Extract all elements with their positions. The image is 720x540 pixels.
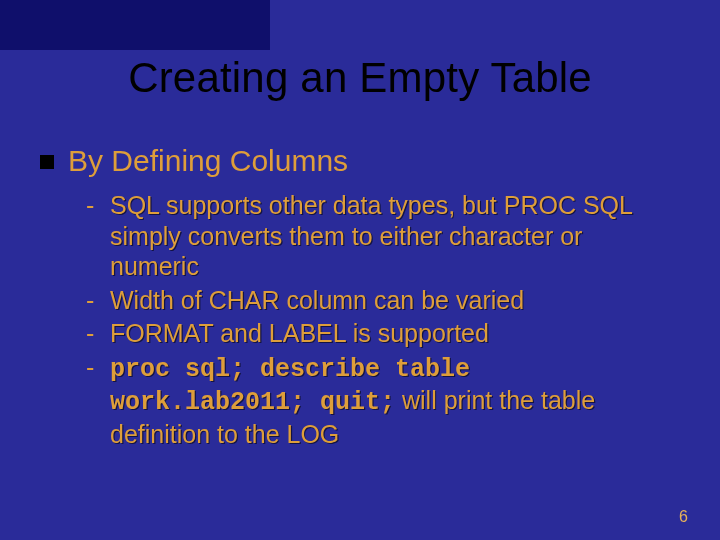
sub-item-text: Width of CHAR column can be varied xyxy=(110,285,675,316)
dash-bullet-icon: - xyxy=(86,285,106,316)
header-band xyxy=(0,0,270,50)
bullet-level1: By Defining Columns xyxy=(40,144,675,178)
sub-item: - SQL supports other data types, but PRO… xyxy=(86,190,675,282)
sub-item: - Width of CHAR column can be varied xyxy=(86,285,675,316)
sub-item-text: proc sql; describe table work.lab2011; q… xyxy=(110,352,675,450)
sub-item: - proc sql; describe table work.lab2011;… xyxy=(86,352,675,450)
sub-list: - SQL supports other data types, but PRO… xyxy=(86,190,675,449)
sub-item-text: SQL supports other data types, but PROC … xyxy=(110,190,675,282)
body: By Defining Columns - SQL supports other… xyxy=(40,144,675,452)
page-number: 6 xyxy=(679,508,688,526)
dash-bullet-icon: - xyxy=(86,190,106,221)
sub-item-text: FORMAT and LABEL is supported xyxy=(110,318,675,349)
dash-bullet-icon: - xyxy=(86,352,106,383)
dash-bullet-icon: - xyxy=(86,318,106,349)
bullet-level1-text: By Defining Columns xyxy=(68,144,348,178)
square-bullet-icon xyxy=(40,155,54,169)
slide-title: Creating an Empty Table xyxy=(0,54,720,102)
sub-item: - FORMAT and LABEL is supported xyxy=(86,318,675,349)
slide: Creating an Empty Table By Defining Colu… xyxy=(0,0,720,540)
